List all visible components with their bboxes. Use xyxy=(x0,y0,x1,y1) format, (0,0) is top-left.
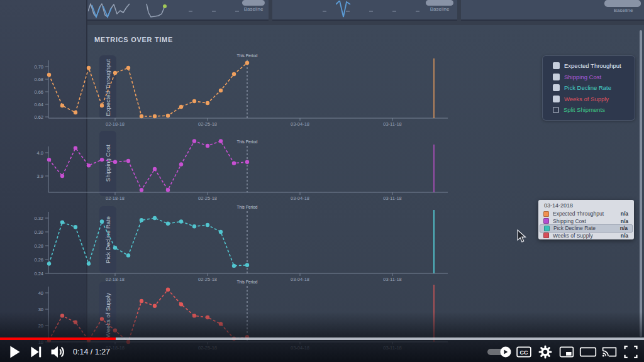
tooltip-series-label: Weeks of Supply xyxy=(553,233,621,239)
tooltip-series-value: n/a xyxy=(621,211,628,217)
svg-text:0.68: 0.68 xyxy=(34,77,43,82)
fullscreen-icon xyxy=(620,341,641,362)
chart-shipping-cost[interactable]: 4.03.902-18-1802-25-1803-04-1803-11-18Th… xyxy=(0,129,556,201)
youtube-video-player: Baseline Baseline Baseline METRICS OVER … xyxy=(0,0,644,362)
svg-text:0.66: 0.66 xyxy=(34,89,43,95)
time-display: 0:14 / 1:27 xyxy=(73,348,110,356)
baseline-label: Baseline xyxy=(608,8,638,13)
baseline-button[interactable] xyxy=(242,0,265,6)
page-scrollbar[interactable] xyxy=(640,30,642,337)
autoplay-icon xyxy=(485,344,513,359)
svg-text:02-18-18: 02-18-18 xyxy=(106,121,125,126)
legend-label: Expected Throughput xyxy=(564,62,621,69)
legend-item-split-shipments[interactable]: Split Shipments xyxy=(553,106,605,114)
theater-mode-button[interactable] xyxy=(577,342,599,362)
player-controls: 0:14 / 1:27 CC xyxy=(0,342,644,362)
volume-button[interactable] xyxy=(47,342,68,362)
svg-text:0.64: 0.64 xyxy=(34,102,43,107)
miniplayer-button[interactable] xyxy=(556,342,577,362)
axis-tick xyxy=(189,11,192,12)
sparkline-chart xyxy=(88,1,170,19)
svg-text:0.70: 0.70 xyxy=(34,64,43,70)
axis-tick xyxy=(416,11,419,12)
top-card-sparkline-3: Baseline xyxy=(461,0,644,21)
tooltip-series-label: Shipping Cost xyxy=(553,218,621,224)
svg-text:03-11-18: 03-11-18 xyxy=(383,121,401,126)
svg-text:0.26: 0.26 xyxy=(34,257,43,263)
svg-text:0.62: 0.62 xyxy=(34,114,43,120)
svg-text:4.0: 4.0 xyxy=(37,150,43,156)
panel-title: METRICS OVER TIME xyxy=(94,36,173,43)
svg-text:03-04-18: 03-04-18 xyxy=(291,121,309,126)
svg-text:0.32: 0.32 xyxy=(34,216,43,221)
axis-tick xyxy=(369,11,373,12)
svg-text:0.28: 0.28 xyxy=(34,243,43,249)
svg-text:CC: CC xyxy=(520,349,528,356)
progress-bar[interactable] xyxy=(0,337,644,340)
tooltip-series-value: n/a xyxy=(621,218,628,224)
svg-text:0.30: 0.30 xyxy=(34,229,43,235)
gear-icon xyxy=(535,341,556,362)
theater-icon xyxy=(577,341,599,362)
svg-text:02-18-18: 02-18-18 xyxy=(106,195,125,201)
tooltip-series-label: Pick Decline Rate xyxy=(553,225,620,231)
chart-expected-throughput[interactable]: 0.700.680.660.640.6202-18-1802-25-1803-0… xyxy=(0,53,556,126)
axis-tick xyxy=(212,11,216,12)
mouse-cursor xyxy=(517,229,527,243)
svg-text:30: 30 xyxy=(38,307,43,312)
sparkline-chart xyxy=(336,1,355,18)
chart-pick-decline-rate[interactable]: 0.320.300.280.260.2402-18-1802-25-1803-0… xyxy=(0,204,556,283)
svg-text:3.9: 3.9 xyxy=(37,173,43,179)
top-card-sparkline-1: Baseline xyxy=(87,0,269,21)
axis-tick xyxy=(392,11,396,12)
tooltip-series-value: n/a xyxy=(621,233,628,239)
legend-item-shipping-cost[interactable]: Shipping Cost xyxy=(553,73,601,81)
next-icon xyxy=(25,341,47,362)
axis-tick xyxy=(346,11,350,12)
legend-label: Weeks of Supply xyxy=(564,96,609,102)
baseline-label: Baseline xyxy=(425,6,455,12)
next-button[interactable] xyxy=(25,342,47,362)
cc-button[interactable]: CC xyxy=(513,342,535,362)
play-icon xyxy=(4,341,25,362)
axis-tick xyxy=(323,11,326,12)
svg-text:02-25-18: 02-25-18 xyxy=(198,121,217,126)
legend-item-expected-throughput[interactable]: Expected Throughput xyxy=(553,62,621,70)
cc-icon: CC xyxy=(513,341,535,362)
svg-text:This Period: This Period xyxy=(237,53,258,58)
svg-text:40: 40 xyxy=(38,290,43,296)
svg-text:02-25-18: 02-25-18 xyxy=(198,195,217,201)
axis-tick xyxy=(235,11,239,12)
top-card-sparkline-2: Baseline xyxy=(272,0,457,21)
svg-text:03-11-18: 03-11-18 xyxy=(383,195,401,201)
baseline-button[interactable] xyxy=(604,0,641,7)
settings-button[interactable] xyxy=(535,342,556,362)
svg-text:20: 20 xyxy=(38,323,43,329)
baseline-button[interactable] xyxy=(426,0,453,6)
svg-text:0.24: 0.24 xyxy=(34,271,43,277)
autoplay-toggle[interactable] xyxy=(484,342,513,362)
legend-label: Pick Decline Rate xyxy=(564,84,611,91)
cast-icon xyxy=(599,341,620,362)
legend-label: Split Shipments xyxy=(564,106,605,113)
svg-text:03-04-18: 03-04-18 xyxy=(291,195,309,201)
legend-item-weeks-of-supply[interactable]: Weeks of Supply xyxy=(553,95,609,103)
volume-icon xyxy=(47,341,68,362)
metrics-legend: Expected ThroughputShipping CostPick Dec… xyxy=(542,55,635,121)
progress-played xyxy=(0,337,116,340)
legend-label: Shipping Cost xyxy=(564,74,601,80)
player-right-controls: CC xyxy=(484,342,644,362)
miniplayer-icon xyxy=(556,341,577,362)
svg-text:This Period: This Period xyxy=(237,280,258,284)
legend-item-pick-decline-rate[interactable]: Pick Decline Rate xyxy=(553,84,611,92)
tooltip-series-label: Expected Throughput xyxy=(553,211,621,217)
svg-text:This Period: This Period xyxy=(237,205,258,209)
play-button[interactable] xyxy=(4,342,25,362)
fullscreen-button[interactable] xyxy=(620,342,641,362)
baseline-label: Baseline xyxy=(238,6,269,12)
svg-text:This Period: This Period xyxy=(237,140,258,144)
cast-button[interactable] xyxy=(599,342,620,362)
tooltip-series-value: n/a xyxy=(620,225,628,231)
